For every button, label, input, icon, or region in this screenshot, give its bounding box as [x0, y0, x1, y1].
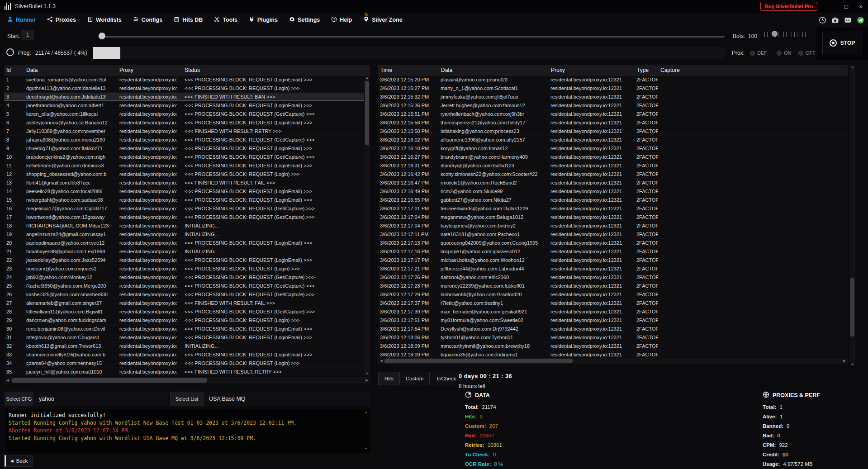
table-row[interactable]: 25Rachel3650@yahoo.com:Merge200residenta…	[5, 282, 370, 290]
hits-vscroll-thumb[interactable]	[850, 278, 854, 336]
tab-tocheck[interactable]: ToCheck	[429, 372, 462, 385]
config-input[interactable]	[34, 392, 169, 406]
col-proxy[interactable]: Proxy	[549, 67, 635, 73]
start-slider-thumb[interactable]	[99, 33, 105, 39]
prox-off-radio[interactable]	[798, 51, 803, 56]
scroll-left-icon[interactable]: ◀	[5, 377, 11, 384]
runner-table-vscrollbar[interactable]: ▲ ▼	[364, 76, 370, 375]
table-row[interactable]: 5karen_olia@yahoo.com:1llikecalresidenta…	[5, 110, 370, 118]
table-row[interactable]: 1svetlana_romanets@yahoo.com:Solresident…	[5, 76, 370, 84]
table-row[interactable]: 3/6/2023 12:18:09 PMmmccarthyinmil@yahoo…	[378, 342, 848, 351]
bots-slider-thumb[interactable]	[772, 31, 778, 37]
menu-item-proxies[interactable]: Proxies	[47, 16, 76, 24]
table-row[interactable]: 3/6/2023 12:17:26 PMdaltonol@yahoo.com:e…	[378, 273, 848, 282]
close-button[interactable]: ×	[854, 0, 868, 13]
table-row[interactable]: 3/6/2023 12:17:54 PMDevyllysh@yahoo.com:…	[378, 325, 848, 333]
tab-custom[interactable]: Custom	[399, 372, 430, 385]
select-list-button[interactable]: Select List	[170, 392, 204, 406]
buy-pro-button[interactable]: Buy SilverBullet Pro	[760, 2, 817, 11]
table-row[interactable]: 10brandoncjenkins2@yahoo.com:nighresiden…	[5, 153, 370, 161]
table-row[interactable]: 3/6/2023 12:16:27 PMbrandybrann@yahoo.co…	[378, 153, 848, 161]
table-row[interactable]: 3/6/2023 12:17:11 PMnate103181@yahoo.com…	[378, 230, 848, 239]
scroll-up-icon[interactable]: ▲	[364, 76, 370, 79]
runner-vscroll-thumb[interactable]	[365, 81, 369, 145]
maximize-button[interactable]: □	[839, 0, 854, 13]
scroll-down-icon[interactable]: ▼	[364, 372, 370, 375]
table-row[interactable]: 3/6/2023 12:18:06 PMtyshon01@yahoo.com:T…	[378, 333, 848, 342]
table-row[interactable]: 19angelinzunza24@gmail.com:ussay1residen…	[5, 230, 370, 239]
stop-button[interactable]: STOP	[822, 31, 862, 55]
menu-item-plugins[interactable]: Plugins	[249, 16, 278, 24]
table-row[interactable]: 3/6/2023 12:15:27 PMmarty_n_1@yahoo.com:…	[378, 84, 848, 93]
menu-item-runner[interactable]: Runner	[7, 16, 36, 24]
table-row[interactable]: 3/6/2023 12:17:17 PMmichael.botts@yahoo.…	[378, 256, 848, 265]
table-row[interactable]: 3/6/2023 12:17:16 PMlincpope1@yahoo.com:…	[378, 247, 848, 256]
table-row[interactable]: 17iswortwood@yahoo.com:12goawayresidenta…	[5, 213, 370, 222]
table-row[interactable]: 22jessedoiley@yahoo.com:Jess52594residen…	[5, 256, 370, 265]
table-row[interactable]: 3/6/2023 12:17:21 PMjeffbreeze44@yahoo.c…	[378, 265, 848, 273]
table-row[interactable]: 31mteglovic@yahoo.com:Cougars1residental…	[5, 333, 370, 342]
col-time[interactable]: Time	[379, 67, 439, 73]
log-scroll-down-icon[interactable]: ▼	[363, 447, 369, 450]
table-row[interactable]: 3/6/2023 12:16:10 PMkorygriff@yahoo.com:…	[378, 144, 848, 153]
col-capture[interactable]: Capture	[659, 67, 848, 73]
hits-table-hscrollbar[interactable]: ◀ ▶	[378, 358, 848, 364]
col-status[interactable]: Status	[183, 67, 370, 73]
minimize-button[interactable]: –	[825, 0, 839, 13]
col-data[interactable]: Data	[439, 67, 549, 73]
menu-item-configs[interactable]: Configs	[133, 16, 163, 24]
table-row[interactable]: 27alenamarieb@gmail.com:singer27resident…	[5, 299, 370, 308]
table-row[interactable]: 2dguthrie113@yahoo.com:danielle13residen…	[5, 84, 370, 93]
table-row[interactable]: 23noxfearx@yahoo.com:mrjones1residental.…	[5, 265, 370, 273]
table-row[interactable]: 14peekello28@yahoo.com:local2886resident…	[5, 187, 370, 196]
start-slider[interactable]	[98, 36, 725, 38]
table-row[interactable]: 20paolopdimaano@yahoo.com:vee12residenta…	[5, 239, 370, 247]
wordlist-input[interactable]	[204, 392, 370, 406]
table-row[interactable]: 8jahayra308@yahoo.com:mona2160residental…	[5, 136, 370, 144]
scroll-right-icon[interactable]: ▶	[364, 377, 370, 384]
menu-item-hits-db[interactable]: Hits DB	[174, 16, 203, 24]
menu-item-help[interactable]: ? Help	[331, 16, 352, 24]
menu-item-wordlists[interactable]: Wordlists	[87, 16, 122, 24]
col-proxy[interactable]: Proxy	[118, 67, 183, 73]
hits-table-vscrollbar[interactable]: ▲ ▼	[849, 65, 855, 366]
table-row[interactable]: 3/6/2023 12:15:56 PMthomasperezc21@yahoo…	[378, 118, 848, 127]
table-row[interactable]: 3/6/2023 12:17:37 PMr7letic@yahoo.com:de…	[378, 299, 848, 308]
table-row[interactable]: 16megelissa17@yahoo.com:Ciplc8717residen…	[5, 204, 370, 213]
prox-def-radio[interactable]	[750, 51, 755, 56]
back-button[interactable]: ◀ Back	[5, 455, 33, 467]
table-row[interactable]: 3/6/2023 12:15:32 PMjimmyleaka@yahoo.com…	[378, 93, 848, 101]
table-row[interactable]: 3/6/2023 12:17:04 PMbayleajones@yahoo.co…	[378, 222, 848, 230]
table-row[interactable]: 3/6/2023 12:17:29 PMlanbrown66@yahoo.com…	[378, 290, 848, 299]
scroll-up-icon[interactable]: ▲	[849, 66, 855, 69]
menu-item-settings[interactable]: Settings	[289, 16, 320, 24]
scroll-left-icon[interactable]: ◀	[378, 358, 384, 364]
table-row[interactable]: 15nvbergdahl@yahoo.com:sadsac08residenta…	[5, 196, 370, 204]
table-row[interactable]: 11kelliebeann@yahoo.com:dominos3resident…	[5, 161, 370, 170]
table-row[interactable]: 3deochoagd@yahoo.com:Jidolado13residenta…	[5, 93, 370, 101]
runner-hscroll-thumb[interactable]	[12, 378, 207, 383]
prox-on-radio[interactable]	[777, 51, 782, 56]
table-row[interactable]: 3/6/2023 12:16:55 PMgabbott27@yahoo.com:…	[378, 196, 848, 204]
col-data[interactable]: Data	[24, 67, 118, 73]
table-row[interactable]: 28littlewilliam11@yahoo.com:Bigwill1resi…	[5, 308, 370, 316]
menu-item-tools[interactable]: Tools	[214, 16, 237, 24]
table-row[interactable]: 3/6/2023 12:17:28 PMmoroney22239@yahoo.c…	[378, 282, 848, 290]
menu-item-silver-zone[interactable]: 5 Silver Zone	[363, 16, 402, 24]
table-row[interactable]: 33shannonconnelly519@yahoo.com:bresident…	[5, 351, 370, 359]
table-row[interactable]: 3/6/2023 12:17:13 PMquoccuong042009@yaho…	[378, 239, 848, 247]
table-row[interactable]: 12shopping_obssessed@yahoo.com:bresident…	[5, 170, 370, 179]
table-row[interactable]: 3/6/2023 12:16:31 PMdlandryqb@yahoo.com:…	[378, 161, 848, 170]
table-row[interactable]: 3/6/2023 12:17:04 PMmeganmsw@yahoo.com:B…	[378, 213, 848, 222]
table-row[interactable]: 3/6/2023 12:17:01 PMteniseedwards@yahoo.…	[378, 204, 848, 213]
table-row[interactable]: 6ashleyjoannou@yahoo.ca:Banano12resident…	[5, 118, 370, 127]
table-row[interactable]: 13lforti41@gmail.com:foo37accresidental.…	[5, 179, 370, 187]
table-row[interactable]: 34cdame84@yahoo.com:hennesy15residental.…	[5, 359, 370, 368]
table-row[interactable]: 18RICHARDNSA@AOL.COM:Mitsu123residental.…	[5, 222, 370, 230]
table-row[interactable]: 3/6/2023 12:18:09 PMbquarino35@yahoo.com…	[378, 351, 848, 357]
table-row[interactable]: 3/6/2023 12:17:51 PMmy81formula@yahoo.co…	[378, 316, 848, 325]
table-row[interactable]: 30rene.benjamin08@yahoo.com:Devilresiden…	[5, 325, 370, 333]
table-row[interactable]: 3/6/2023 12:15:58 PMlatianaking@yahoo.co…	[378, 127, 848, 136]
table-row[interactable]: 3/6/2023 12:16:49 PMricm2@yahoo.com:Slui…	[378, 187, 848, 196]
screenshot-camera-icon[interactable]	[831, 16, 839, 24]
